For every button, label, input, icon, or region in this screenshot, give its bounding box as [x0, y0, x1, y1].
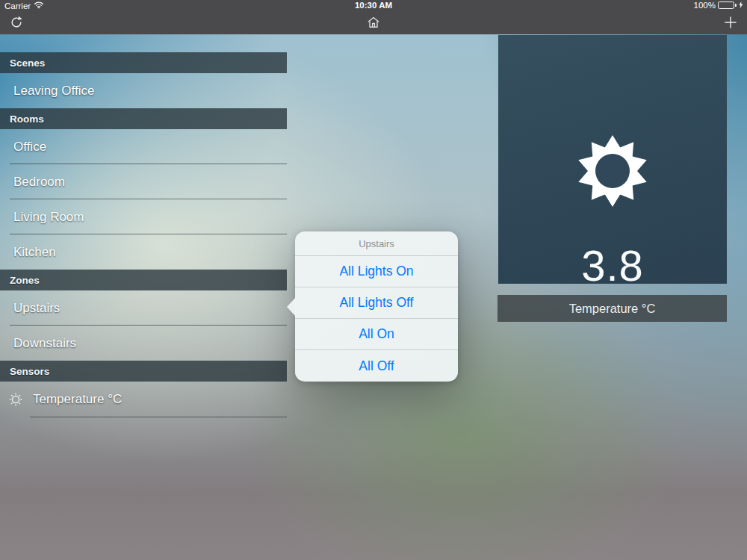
home-icon	[366, 15, 381, 33]
section-header-zones: Zones	[0, 270, 287, 290]
section-header-rooms: Rooms	[0, 108, 287, 129]
temperature-bar-label: Temperature °C	[569, 302, 656, 316]
sidebar-item-kitchen[interactable]: Kitchen	[0, 234, 287, 270]
upstairs-popover: Upstairs All Lights On All Lights Off Al…	[295, 231, 458, 382]
home-button[interactable]	[363, 14, 384, 34]
sun-gear-icon	[8, 392, 23, 407]
sidebar-item-living-room[interactable]: Living Room	[0, 199, 287, 234]
popover-item-all-off[interactable]: All Off	[295, 350, 458, 382]
sensor-value: 3.8	[498, 240, 727, 290]
temperature-sensor-tile[interactable]: 3.8	[498, 35, 727, 284]
nav-bar	[0, 12, 747, 34]
sidebar-item-office[interactable]: Office	[0, 129, 287, 164]
temperature-bar[interactable]: Temperature °C	[498, 295, 727, 322]
sidebar-item-upstairs[interactable]: Upstairs	[0, 290, 287, 326]
sidebar-item-bedroom[interactable]: Bedroom	[0, 164, 287, 199]
battery-percent: 100%	[694, 1, 716, 10]
section-header-scenes: Scenes	[0, 52, 287, 73]
sidebar-item-temperature[interactable]: Temperature °C	[0, 382, 287, 417]
home-automation-screen: Carrier 10:30 AM 100%	[0, 0, 747, 560]
refresh-icon	[9, 15, 24, 33]
popover-title: Upstairs	[295, 231, 458, 256]
sidebar-item-downstairs[interactable]: Downstairs	[0, 326, 287, 361]
add-button[interactable]	[720, 14, 741, 34]
charging-bolt-icon	[739, 1, 743, 10]
plus-icon	[723, 15, 738, 33]
refresh-button[interactable]	[6, 14, 27, 34]
section-header-sensors: Sensors	[0, 361, 287, 382]
top-chrome: Carrier 10:30 AM 100%	[0, 0, 747, 34]
popover-item-all-on[interactable]: All On	[295, 319, 458, 350]
popover-item-all-lights-off[interactable]: All Lights Off	[295, 287, 458, 319]
clock: 10:30 AM	[0, 1, 747, 10]
status-bar: Carrier 10:30 AM 100%	[0, 0, 747, 12]
sidebar-list: Scenes Leaving Office Rooms Office Bedro…	[0, 52, 287, 417]
popover-item-all-lights-on[interactable]: All Lights On	[295, 256, 458, 287]
sun-icon	[575, 134, 650, 211]
sidebar-item-leaving-office[interactable]: Leaving Office	[0, 73, 287, 108]
battery-icon	[718, 1, 734, 9]
popover-arrow-left	[287, 297, 296, 317]
